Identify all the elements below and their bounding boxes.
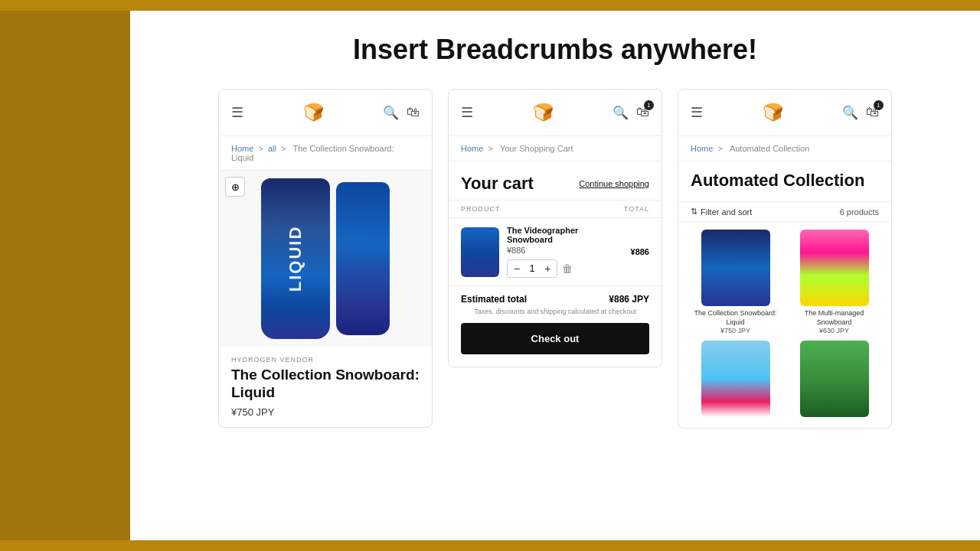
nav-bar-2: ☰ 🍞 🔍 🛍 1 xyxy=(449,90,662,136)
breadcrumb-1: Home > all > The Collection Snowboard: L… xyxy=(219,136,432,171)
cart-header: Your cart Continue shopping xyxy=(449,161,662,200)
list-item[interactable]: The Collection Snowboard: Liquid ¥750 JP… xyxy=(689,230,782,334)
search-icon-1[interactable]: 🔍 xyxy=(383,105,399,121)
snowboard-image-1 xyxy=(261,178,330,339)
product-thumb-image-1 xyxy=(701,230,770,306)
cards-row: ☰ 🍞 🔍 🛍 Home > all > The Collection Snow… xyxy=(145,89,965,429)
cart-item-price: ¥886 xyxy=(507,246,623,255)
nav-left-2: ☰ xyxy=(461,104,473,121)
collection-card: ☰ 🍞 🔍 🛍 1 Home > Automated Collection xyxy=(678,89,892,429)
page-title: Insert Breadcrumbs anywhere! xyxy=(353,34,757,66)
logo-icon-3: 🍞 xyxy=(759,99,786,126)
breadcrumb-home-2[interactable]: Home xyxy=(461,144,483,153)
logo-icon-1: 🍞 xyxy=(299,99,327,126)
breadcrumb-all-1[interactable]: all xyxy=(268,144,276,153)
nav-left-3: ☰ xyxy=(691,104,703,121)
cart-item-total: ¥886 xyxy=(631,247,649,256)
continue-shopping-link[interactable]: Continue shopping xyxy=(579,179,649,188)
product-thumb-name-2: The Multi-managed Snowboard xyxy=(788,309,880,327)
cart-title: Your cart xyxy=(461,174,534,194)
cart-badge-3: 1 xyxy=(874,100,884,110)
tax-note: Taxes, discounts and shipping calculated… xyxy=(449,308,662,323)
products-grid: The Collection Snowboard: Liquid ¥750 JP… xyxy=(678,222,891,428)
hamburger-icon[interactable]: ☰ xyxy=(231,104,243,121)
nav-bar-1: ☰ 🍞 🔍 🛍 xyxy=(219,90,432,136)
breadcrumb-sep-3: > xyxy=(488,144,495,153)
zoom-button[interactable]: ⊕ xyxy=(225,177,245,197)
col-total-label: TOTAL xyxy=(624,205,649,213)
breadcrumb-2: Home > Your Shopping Cart xyxy=(449,136,662,161)
breadcrumb-current-1: The Collection Snowboard: Liquid xyxy=(231,144,394,162)
product-card: ☰ 🍞 🔍 🛍 Home > all > The Collection Snow… xyxy=(218,89,433,428)
main-content: Insert Breadcrumbs anywhere! ☰ 🍞 🔍 🛍 Hom… xyxy=(130,11,980,540)
qty-decrease-button[interactable]: − xyxy=(512,262,521,275)
breadcrumb-sep-1: > xyxy=(258,144,265,153)
left-bar xyxy=(0,0,130,551)
filter-row: ⇅ Filter and sort 6 products xyxy=(678,201,891,222)
collection-header: Automated Collection xyxy=(678,161,891,201)
cart-icon-2[interactable]: 🛍 1 xyxy=(636,105,649,120)
search-icon-3[interactable]: 🔍 xyxy=(842,105,858,121)
product-price: ¥750 JPY xyxy=(231,406,420,418)
list-item[interactable]: The Multi-managed Snowboard ¥630 JPY xyxy=(788,230,880,334)
breadcrumb-home-1[interactable]: Home xyxy=(231,144,253,153)
list-item[interactable] xyxy=(788,341,880,420)
product-title: The Collection Snowboard: Liquid xyxy=(231,367,420,402)
product-thumb-price-2: ¥630 JPY xyxy=(819,327,849,334)
list-item[interactable] xyxy=(689,341,782,420)
product-thumb-image-2 xyxy=(800,230,869,306)
product-thumb-image-4 xyxy=(800,341,869,417)
product-info: HYDROGEN VENDOR The Collection Snowboard… xyxy=(219,347,432,427)
product-image-container: ⊕ xyxy=(219,171,432,347)
snowboard-image-2 xyxy=(336,182,390,335)
nav-bar-3: ☰ 🍞 🔍 🛍 1 xyxy=(678,90,891,136)
hamburger-icon-2[interactable]: ☰ xyxy=(461,104,473,121)
cart-total-row: Estimated total ¥886 JPY xyxy=(449,286,662,308)
quantity-control: − 1 + xyxy=(507,259,557,278)
cart-card: ☰ 🍞 🔍 🛍 1 Home > Your Shopping Cart xyxy=(448,89,662,367)
cart-badge: 1 xyxy=(644,100,654,110)
filter-icon: ⇅ xyxy=(691,207,697,217)
breadcrumb-current-3: Automated Collection xyxy=(730,144,810,153)
breadcrumb-sep-2: > xyxy=(281,144,288,153)
cart-item-details: The Videographer Snowboard ¥886 − 1 + 🗑 xyxy=(507,226,623,278)
estimated-label: Estimated total xyxy=(461,294,527,305)
cart-icon-1[interactable]: 🛍 xyxy=(407,105,420,120)
cart-item-name: The Videographer Snowboard xyxy=(507,226,623,244)
filter-sort-button[interactable]: ⇅ Filter and sort xyxy=(691,207,752,217)
product-thumb-name-1: The Collection Snowboard: Liquid xyxy=(689,309,782,327)
qty-increase-button[interactable]: + xyxy=(543,262,552,275)
breadcrumb-3: Home > Automated Collection xyxy=(678,136,891,161)
delete-item-button[interactable]: 🗑 xyxy=(562,262,573,275)
cart-item-image xyxy=(461,227,499,277)
collection-title: Automated Collection xyxy=(691,171,879,191)
products-count: 6 products xyxy=(840,207,879,217)
col-product-label: PRODUCT xyxy=(461,205,501,213)
nav-right-2: 🔍 🛍 1 xyxy=(612,105,649,121)
search-icon-2[interactable]: 🔍 xyxy=(612,105,629,121)
product-thumb-price-1: ¥750 JPY xyxy=(720,327,750,334)
cart-item: The Videographer Snowboard ¥886 − 1 + 🗑 … xyxy=(449,218,662,286)
breadcrumb-current-2: Your Shopping Cart xyxy=(500,144,573,153)
hamburger-icon-3[interactable]: ☰ xyxy=(691,104,703,121)
nav-left-1: ☰ xyxy=(231,104,243,121)
estimated-value: ¥886 JPY xyxy=(609,294,649,305)
vendor-label: HYDROGEN VENDOR xyxy=(231,356,420,364)
cart-icon-3[interactable]: 🛍 1 xyxy=(866,105,879,120)
nav-right-3: 🔍 🛍 1 xyxy=(842,105,879,121)
product-thumb-image-3 xyxy=(701,341,770,417)
breadcrumb-sep-4: > xyxy=(717,144,724,153)
logo-icon-2: 🍞 xyxy=(529,99,557,126)
cart-table-header: PRODUCT TOTAL xyxy=(449,200,662,218)
qty-value: 1 xyxy=(526,263,538,274)
breadcrumb-home-3[interactable]: Home xyxy=(691,144,713,153)
checkout-button[interactable]: Check out xyxy=(461,323,649,354)
nav-right-1: 🔍 🛍 xyxy=(383,105,420,121)
